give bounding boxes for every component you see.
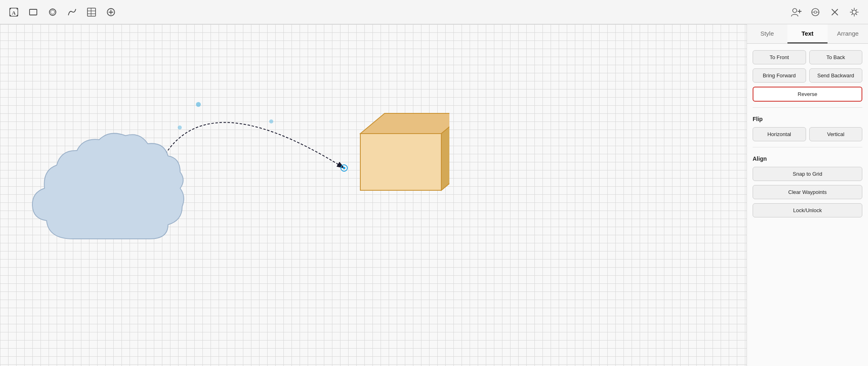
svg-point-35 [196, 102, 201, 107]
add-tool-icon[interactable] [104, 5, 118, 19]
rectangle-tool-icon[interactable] [26, 5, 40, 19]
svg-rect-2 [10, 8, 11, 9]
snap-to-grid-button[interactable]: Snap to Grid [753, 167, 862, 181]
toolbar: A [0, 0, 868, 24]
reverse-row: Reverse [753, 87, 862, 102]
sun-icon[interactable] [847, 5, 862, 19]
main-content: Style Text Arrange To Front To Back Brin… [0, 24, 868, 366]
svg-point-25 [852, 10, 856, 14]
flip-label: Flip [753, 116, 862, 122]
toolbar-right [789, 5, 862, 19]
svg-rect-4 [10, 15, 11, 16]
tab-style[interactable]: Style [747, 24, 787, 43]
svg-marker-43 [360, 113, 449, 134]
to-front-button[interactable]: To Front [753, 50, 806, 64]
edit-tools-icon[interactable] [828, 5, 842, 19]
text-tool-icon[interactable]: A [6, 5, 21, 19]
divider-1 [753, 107, 862, 108]
svg-rect-42 [360, 134, 441, 190]
share-icon[interactable] [808, 5, 823, 19]
clear-waypoints-button[interactable]: Clear Waypoints [753, 185, 862, 199]
tab-arrange[interactable]: Arrange [828, 24, 868, 43]
to-back-button[interactable]: To Back [809, 50, 863, 64]
svg-line-33 [852, 14, 853, 15]
canvas-area[interactable] [0, 24, 747, 366]
svg-line-32 [856, 9, 857, 10]
panel-content: To Front To Back Bring Forward Send Back… [747, 44, 868, 224]
panel-tabs: Style Text Arrange [747, 24, 868, 44]
svg-line-31 [856, 14, 857, 15]
tab-text[interactable]: Text [787, 24, 828, 43]
box-shape [340, 109, 449, 194]
align-label: Align [753, 155, 862, 162]
bring-forward-button[interactable]: Bring Forward [753, 68, 806, 83]
flip-vertical-button[interactable]: Vertical [809, 127, 863, 141]
svg-point-7 [49, 9, 56, 15]
right-panel: Style Text Arrange To Front To Back Brin… [747, 24, 868, 366]
reverse-button[interactable]: Reverse [753, 87, 862, 102]
freehand-tool-icon[interactable] [65, 5, 79, 19]
order-row-2: Bring Forward Send Backward [753, 68, 862, 83]
svg-rect-9 [87, 8, 96, 16]
add-user-icon[interactable] [789, 5, 803, 19]
divider-2 [753, 147, 862, 147]
svg-point-20 [814, 11, 817, 13]
svg-line-30 [852, 9, 853, 10]
svg-point-37 [269, 119, 273, 123]
svg-rect-6 [30, 9, 37, 15]
table-tool-icon[interactable] [84, 5, 99, 19]
toolbar-left: A [6, 5, 118, 19]
lock-unlock-button[interactable]: Lock/Unlock [753, 203, 862, 217]
send-backward-button[interactable]: Send Backward [809, 68, 863, 83]
cloud-shape [24, 117, 186, 263]
svg-rect-5 [17, 15, 18, 16]
svg-rect-3 [17, 8, 18, 9]
flip-row: Horizontal Vertical [753, 127, 862, 141]
order-row-1: To Front To Back [753, 50, 862, 64]
flip-horizontal-button[interactable]: Horizontal [753, 127, 806, 141]
svg-point-16 [793, 9, 797, 13]
svg-text:A: A [12, 10, 16, 16]
shape-tool-icon[interactable] [45, 5, 60, 19]
svg-point-8 [51, 10, 55, 14]
